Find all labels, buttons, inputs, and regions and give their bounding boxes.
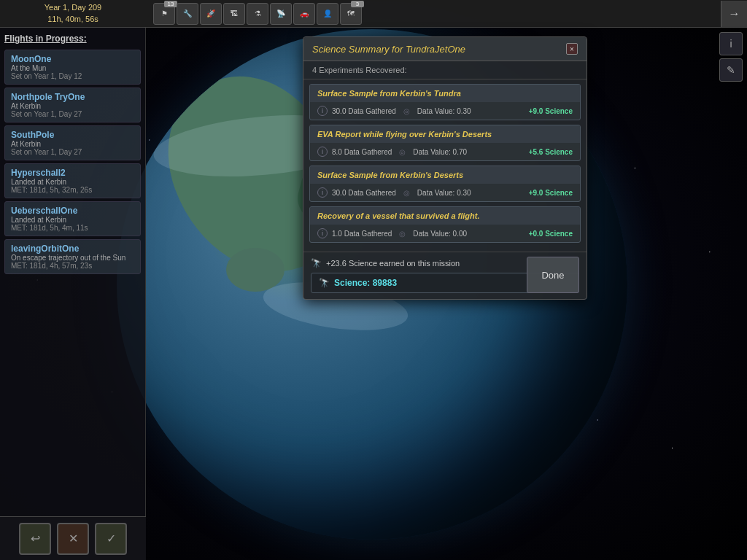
flight-name: SouthPole	[11, 130, 134, 140]
experiment-item-4: Recovery of a vessel that survived a fli…	[309, 206, 581, 243]
dialog-footer: 🔭 +23.6 Science earned on this mission 🔭…	[303, 252, 587, 299]
flight-location: On escape trajectory out of the Sun	[11, 254, 134, 262]
toolbar-wrench-btn[interactable]: 🔧	[177, 3, 198, 25]
data-gathered-4: 1.0 Data Gathered	[332, 230, 392, 238]
time-line2: 11h, 40m, 56s	[0, 14, 146, 25]
flight-name: Hyperschall2	[11, 168, 134, 178]
flight-item-moonone[interactable]: MoonOne At the Mun Set on Year 1, Day 12	[4, 50, 141, 85]
toolbar-buildings-btn[interactable]: 🏗	[223, 3, 245, 25]
flight-time: Set on Year 1, Day 27	[11, 148, 134, 156]
time-display: Year 1, Day 209 11h, 40m, 56s	[0, 2, 146, 25]
experiment-header-1: Surface Sample from Kerbin's Tundra	[310, 85, 580, 102]
info-icon: i	[729, 38, 732, 50]
dialog-title: Science Summary for TundraJetOne	[312, 44, 465, 55]
flight-location: At Kerbin	[11, 140, 134, 148]
cancel-button[interactable]: ✕	[57, 523, 89, 555]
info-button[interactable]: i	[719, 32, 743, 55]
time-line1: Year 1, Day 209	[0, 2, 146, 13]
flight-name: Northpole TryOne	[11, 92, 134, 102]
experiment-data-2: i 8.0 Data Gathered ◎ Data Value: 0.70 +…	[310, 143, 580, 160]
flight-item-leavingorbit[interactable]: leavingOrbitOne On escape trajectory out…	[4, 239, 141, 274]
confirm-button[interactable]: ✓	[95, 523, 127, 555]
experiment-item-1: Surface Sample from Kerbin's Tundra i 30…	[309, 84, 581, 120]
data-value-4: Data Value: 0.00	[413, 230, 467, 238]
science-total-text: Science: 89883	[334, 278, 397, 288]
experiments-list: Surface Sample from Kerbin's Tundra i 30…	[303, 79, 587, 252]
exit-button[interactable]: →	[721, 1, 747, 27]
pen-icon: ✎	[727, 64, 735, 76]
pen-button[interactable]: ✎	[719, 58, 743, 82]
left-panel: Flights in Progress: MoonOne At the Mun …	[0, 28, 146, 516]
separator-2: ◎	[399, 148, 406, 156]
science-value-2: +5.6 Science	[529, 148, 573, 156]
data-value-1: Data Value: 0.30	[417, 107, 471, 115]
toolbar-rover-btn[interactable]: 🚗	[293, 3, 315, 25]
dialog-title-prefix: Science Summary for	[312, 44, 406, 55]
toolbar-antenna-btn[interactable]: 📡	[270, 3, 292, 25]
experiment-item-2: EVA Report while flying over Kerbin's De…	[309, 125, 581, 161]
flight-item-southpole[interactable]: SouthPole At Kerbin Set on Year 1, Day 2…	[4, 125, 141, 160]
science-value-3: +9.0 Science	[529, 189, 573, 197]
experiment-info-icon-1[interactable]: i	[317, 106, 328, 116]
experiment-info-icon-3[interactable]: i	[317, 187, 328, 198]
dialog-subtitle: 4 Experiments Recovered:	[303, 61, 587, 79]
flight-time: Set on Year 1, Day 27	[11, 110, 134, 118]
experiment-name-4: Recovery of a vessel that survived a fli…	[317, 211, 480, 220]
flight-item-northpole[interactable]: Northpole TryOne At Kerbin Set on Year 1…	[4, 88, 141, 122]
experiment-data-4: i 1.0 Data Gathered ◎ Data Value: 0.00 +…	[310, 225, 580, 242]
revert-button[interactable]: ↩	[19, 523, 51, 555]
science-earned-icon: 🔭	[311, 258, 322, 268]
science-value-4: +0.0 Science	[529, 230, 573, 238]
separator-3: ◎	[403, 189, 410, 197]
top-bar: Year 1, Day 209 11h, 40m, 56s ⚑ 🔧 🚀 🏗 ⚗ …	[0, 0, 747, 28]
toolbar: ⚑ 🔧 🚀 🏗 ⚗ 📡 🚗 👤 🗺	[146, 3, 721, 25]
flights-header: Flights in Progress:	[4, 34, 141, 44]
separator-1: ◎	[403, 107, 410, 115]
done-button[interactable]: Done	[527, 257, 579, 293]
dialog-close-button[interactable]: ×	[566, 43, 578, 55]
science-value-1: +9.0 Science	[529, 107, 573, 115]
toolbar-rocket-btn[interactable]: 🚀	[200, 3, 222, 25]
toolbar-person-btn[interactable]: 👤	[317, 3, 338, 25]
experiment-name-2: EVA Report while flying over Kerbin's De…	[317, 130, 492, 139]
separator-4: ◎	[399, 230, 406, 238]
flight-time: MET: 181d, 4h, 57m, 23s	[11, 262, 134, 270]
toolbar-flask-btn[interactable]: ⚗	[247, 3, 268, 25]
experiment-item-3: Surface Sample from Kerbin's Deserts i 3…	[309, 166, 581, 202]
flight-name: MoonOne	[11, 54, 134, 64]
dialog-vessel-name: TundraJetOne	[406, 44, 465, 55]
experiment-info-icon-2[interactable]: i	[317, 147, 328, 157]
flight-name: leavingOrbitOne	[11, 244, 134, 254]
experiment-header-3: Surface Sample from Kerbin's Deserts	[310, 166, 580, 184]
science-earned-text: +23.6 Science earned on this mission	[326, 259, 460, 268]
bottom-bar: ↩ ✕ ✓	[0, 516, 146, 560]
experiment-info-icon-4[interactable]: i	[317, 228, 328, 238]
experiment-data-3: i 30.0 Data Gathered ◎ Data Value: 0.30 …	[310, 184, 580, 201]
toolbar-map-btn[interactable]: 🗺	[340, 3, 362, 25]
flight-item-hyperschall2[interactable]: Hyperschall2 Landed at Kerbin MET: 181d,…	[4, 163, 141, 198]
experiment-header-4: Recovery of a vessel that survived a fli…	[310, 207, 580, 225]
flight-item-ueberschall[interactable]: UeberschallOne Landed at Kerbin MET: 181…	[4, 201, 141, 236]
flight-location: Landed at Kerbin	[11, 178, 134, 186]
data-value-2: Data Value: 0.70	[413, 148, 467, 156]
flight-location: Landed at Kerbin	[11, 216, 134, 224]
right-buttons: i ✎	[715, 28, 747, 86]
experiment-name-1: Surface Sample from Kerbin's Tundra	[317, 89, 461, 98]
science-dialog: Science Summary for TundraJetOne × 4 Exp…	[303, 36, 587, 300]
flight-time: Set on Year 1, Day 12	[11, 72, 134, 80]
data-value-3: Data Value: 0.30	[417, 189, 471, 197]
experiment-data-1: i 30.0 Data Gathered ◎ Data Value: 0.30 …	[310, 102, 580, 120]
dialog-title-bar: Science Summary for TundraJetOne ×	[303, 37, 587, 61]
science-total-icon: 🔭	[319, 278, 330, 288]
data-gathered-3: 30.0 Data Gathered	[332, 189, 396, 197]
flight-time: MET: 181d, 5h, 32m, 26s	[11, 186, 134, 194]
flight-time: MET: 181d, 5h, 4m, 11s	[11, 224, 134, 232]
flight-name: UeberschallOne	[11, 206, 134, 216]
experiment-header-2: EVA Report while flying over Kerbin's De…	[310, 125, 580, 143]
flight-location: At the Mun	[11, 64, 134, 72]
toolbar-missions-btn[interactable]: ⚑	[153, 3, 175, 25]
data-gathered-2: 8.0 Data Gathered	[332, 148, 392, 156]
flight-location: At Kerbin	[11, 102, 134, 110]
experiment-name-3: Surface Sample from Kerbin's Deserts	[317, 171, 463, 179]
data-gathered-1: 30.0 Data Gathered	[332, 107, 396, 115]
